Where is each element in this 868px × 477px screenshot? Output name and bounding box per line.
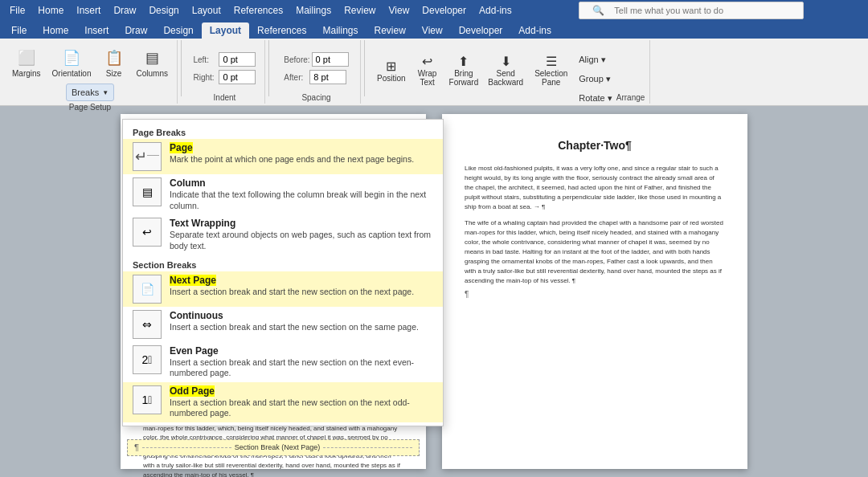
break-column-icon: ▤ xyxy=(133,177,162,206)
break-text-wrapping-item[interactable]: ↩ Text Wrapping Separate text around obj… xyxy=(123,214,443,255)
position-label: Position xyxy=(377,74,406,83)
tab-file[interactable]: File xyxy=(3,22,35,39)
break-even-page-title: Even Page xyxy=(170,345,433,357)
search-input[interactable] xyxy=(614,6,796,15)
break-next-page-title: Next Page xyxy=(170,275,433,286)
break-odd-page-text: Odd Page Insert a section break and star… xyxy=(170,385,433,419)
spacing-after-row: After: xyxy=(284,70,346,84)
send-backward-button[interactable]: ⬇ Send Backward xyxy=(484,50,527,92)
break-next-page-icon: 📄 xyxy=(133,275,162,304)
group-button[interactable]: Group ▾ xyxy=(575,71,616,88)
tab-layout[interactable]: Layout xyxy=(202,22,249,39)
ribbon: ⬜ Margins 📄 Orientation 📋 Size ▤ Columns xyxy=(0,39,868,106)
tab-design[interactable]: Design xyxy=(155,22,201,39)
indent-right-input[interactable] xyxy=(219,70,256,84)
right-page-para2: The wife of a whaling captain had provid… xyxy=(465,218,725,286)
break-column-text: Column Indicate that the text following … xyxy=(170,177,433,211)
size-label: Size xyxy=(106,69,121,78)
break-text-wrapping-text: Text Wrapping Separate text around objec… xyxy=(170,218,433,251)
columns-label: Columns xyxy=(137,69,168,78)
section-break-line-right xyxy=(323,447,412,448)
break-page-title: Page xyxy=(170,142,433,153)
indent-left-input[interactable] xyxy=(219,52,256,67)
rotate-button[interactable]: Rotate ▾ xyxy=(575,90,616,108)
break-column-item[interactable]: ▤ Column Indicate that the text followin… xyxy=(123,174,443,214)
section-breaks-section-label: Section Breaks xyxy=(123,255,443,271)
break-continuous-icon: ⇔ xyxy=(133,310,162,339)
menu-design[interactable]: Design xyxy=(142,3,185,18)
send-backward-label: Send Backward xyxy=(488,69,523,87)
selection-pane-button[interactable]: ☰ Selection Pane xyxy=(529,50,573,92)
break-next-page-text: Next Page Insert a section break and sta… xyxy=(170,275,433,298)
tab-references[interactable]: References xyxy=(249,22,314,39)
menu-view[interactable]: View xyxy=(383,3,416,18)
indent-left-row: Left: xyxy=(193,52,256,67)
tell-me-search[interactable]: 🔍 xyxy=(579,2,804,19)
tab-addins[interactable]: Add-ins xyxy=(510,22,559,39)
spacing-label: Spacing xyxy=(301,92,330,102)
pilcrow-icon: ¶ xyxy=(134,442,139,454)
break-even-page-item[interactable]: 2⃣ Even Page Insert a section break and … xyxy=(123,342,443,382)
arrange-label: Arrange xyxy=(616,92,645,102)
menu-mailings[interactable]: Mailings xyxy=(289,3,338,18)
menu-addins[interactable]: Add-ins xyxy=(473,3,518,18)
wrap-text-icon: ↩ xyxy=(422,54,432,69)
breaks-button[interactable]: Breaks ▼ xyxy=(66,84,114,101)
right-page-pilcrow: ¶ xyxy=(465,289,725,300)
chapter-heading: Chapter·Two¶ xyxy=(465,138,725,154)
bring-forward-icon: ⬆ xyxy=(458,54,469,69)
tab-developer[interactable]: Developer xyxy=(451,22,511,39)
size-icon: 📋 xyxy=(103,47,125,69)
spacing-before-input[interactable] xyxy=(312,52,349,67)
menu-draw[interactable]: Draw xyxy=(107,3,142,18)
columns-button[interactable]: ▤ Columns xyxy=(133,42,172,82)
send-backward-icon: ⬇ xyxy=(501,54,511,69)
page-setup-label: Page Setup xyxy=(69,101,111,112)
size-button[interactable]: 📋 Size xyxy=(99,42,129,82)
break-even-page-text: Even Page Insert a section break and sta… xyxy=(170,345,433,379)
break-next-page-item[interactable]: 📄 Next Page Insert a section break and s… xyxy=(123,271,443,307)
tab-draw[interactable]: Draw xyxy=(117,22,155,39)
menu-references[interactable]: References xyxy=(227,3,289,18)
page-breaks-section-label: Page Breaks xyxy=(123,123,443,139)
indent-left-label: Left: xyxy=(193,55,217,64)
section-break-bar: ¶ Section Break (Next Page) xyxy=(127,439,420,456)
break-column-title: Column xyxy=(170,177,433,189)
spacing-before-row: Before: xyxy=(284,52,348,67)
menu-review[interactable]: Review xyxy=(338,3,382,18)
menu-layout[interactable]: Layout xyxy=(186,3,227,18)
menu-insert[interactable]: Insert xyxy=(70,3,107,18)
selection-pane-icon: ☰ xyxy=(546,54,557,69)
spacing-after-input[interactable] xyxy=(309,70,346,84)
menu-file[interactable]: File xyxy=(3,3,31,18)
page-setup-group: ⬜ Margins 📄 Orientation 📋 Size ▤ Columns xyxy=(3,40,178,104)
break-continuous-text: Continuous Insert a section break and st… xyxy=(170,310,433,333)
margins-button[interactable]: ⬜ Margins xyxy=(8,42,45,82)
break-page-item[interactable]: ↵─── Page Mark the point at which one pa… xyxy=(123,139,443,174)
break-page-desc: Mark the point at which one page ends an… xyxy=(170,154,433,165)
tab-review[interactable]: Review xyxy=(366,22,413,39)
align-button[interactable]: Align ▾ xyxy=(575,51,616,69)
indent-right-row: Right: xyxy=(193,70,256,84)
tab-view[interactable]: View xyxy=(414,22,451,39)
break-text-wrapping-desc: Separate text around objects on web page… xyxy=(170,230,433,251)
orientation-button[interactable]: 📄 Orientation xyxy=(48,42,96,82)
break-odd-page-item[interactable]: 1⃣ Odd Page Insert a section break and s… xyxy=(123,382,443,422)
break-text-wrapping-title: Text Wrapping xyxy=(170,218,433,229)
columns-icon: ▤ xyxy=(141,47,163,69)
bring-forward-button[interactable]: ⬆ Bring Forward xyxy=(445,50,483,92)
spacing-before-label: Before: xyxy=(284,55,309,64)
selection-pane-label: Selection Pane xyxy=(534,69,567,87)
tab-mailings[interactable]: Mailings xyxy=(314,22,366,39)
break-odd-page-desc: Insert a section break and start the new… xyxy=(170,398,433,419)
divider-2 xyxy=(268,40,269,96)
breaks-arrow-icon: ▼ xyxy=(102,89,108,96)
section-break-label: Section Break (Next Page) xyxy=(235,442,321,453)
menu-home[interactable]: Home xyxy=(31,3,70,18)
position-button[interactable]: ⊞ Position xyxy=(373,50,410,92)
menu-developer[interactable]: Developer xyxy=(416,3,473,18)
tab-insert[interactable]: Insert xyxy=(76,22,117,39)
tab-home[interactable]: Home xyxy=(35,22,76,39)
break-continuous-item[interactable]: ⇔ Continuous Insert a section break and … xyxy=(123,307,443,342)
wrap-text-button[interactable]: ↩ Wrap Text xyxy=(411,50,444,92)
